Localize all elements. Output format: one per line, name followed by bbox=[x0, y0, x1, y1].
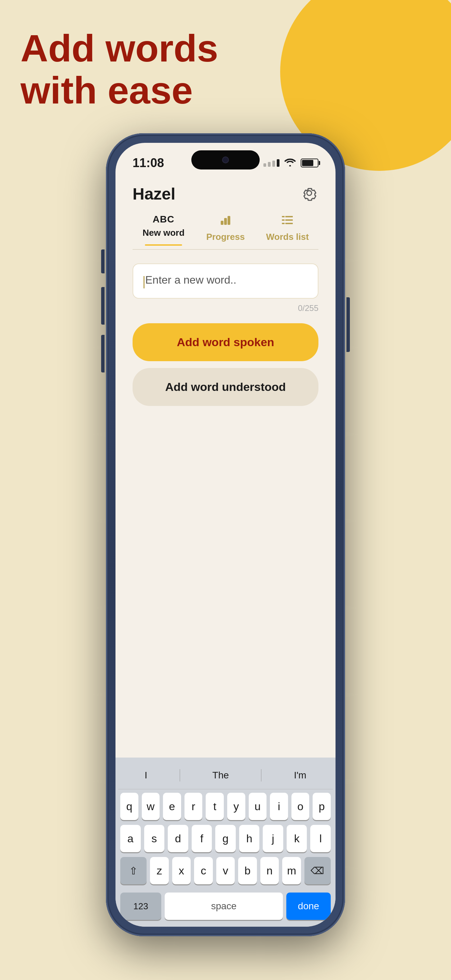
key-y[interactable]: y bbox=[227, 793, 245, 820]
suggestion-i[interactable]: I bbox=[138, 768, 154, 783]
tab-words-list-label: Words list bbox=[266, 232, 309, 242]
signal-bar-4 bbox=[277, 159, 279, 167]
svg-rect-4 bbox=[285, 216, 293, 217]
svg-rect-5 bbox=[282, 220, 284, 221]
key-row-2: a s d f g h j k l bbox=[120, 825, 331, 852]
settings-button[interactable] bbox=[300, 184, 318, 204]
char-count: 0/255 bbox=[133, 304, 318, 313]
keyboard-suggestions: I The I'm bbox=[118, 763, 333, 789]
svg-rect-1 bbox=[224, 218, 227, 225]
progress-icon bbox=[219, 214, 232, 229]
new-word-icon: ABC bbox=[153, 214, 175, 225]
key-row-1: q w e r t y u i o p bbox=[120, 793, 331, 820]
svg-rect-8 bbox=[285, 223, 293, 224]
dynamic-island bbox=[191, 150, 260, 170]
key-shift[interactable]: ⇧ bbox=[120, 857, 146, 885]
phone-button-silent bbox=[101, 250, 105, 274]
app-header: Hazel bbox=[133, 173, 318, 210]
key-q[interactable]: q bbox=[120, 793, 138, 820]
key-c[interactable]: c bbox=[194, 857, 213, 885]
key-p[interactable]: p bbox=[313, 793, 331, 820]
svg-rect-7 bbox=[282, 223, 284, 224]
key-o[interactable]: o bbox=[291, 793, 310, 820]
signal-bar-1 bbox=[264, 163, 266, 167]
text-cursor bbox=[143, 276, 145, 288]
key-delete[interactable]: ⌫ bbox=[305, 857, 331, 885]
hero-headline: Add words with ease bbox=[21, 27, 260, 111]
suggestion-im[interactable]: I'm bbox=[287, 768, 313, 783]
suggestion-divider-1 bbox=[180, 769, 180, 781]
word-input-placeholder: Enter a new word.. bbox=[145, 274, 237, 286]
key-i[interactable]: i bbox=[270, 793, 288, 820]
key-j[interactable]: j bbox=[263, 825, 283, 852]
word-input-container[interactable]: Enter a new word.. bbox=[133, 264, 318, 299]
suggestion-the[interactable]: The bbox=[206, 768, 236, 783]
key-w[interactable]: w bbox=[142, 793, 160, 820]
key-123[interactable]: 123 bbox=[120, 892, 161, 920]
battery-fill bbox=[302, 160, 313, 166]
words-list-icon bbox=[281, 214, 294, 229]
key-t[interactable]: t bbox=[206, 793, 224, 820]
key-k[interactable]: k bbox=[287, 825, 307, 852]
phone-screen: 11:08 bbox=[116, 143, 335, 927]
camera-dot bbox=[222, 156, 229, 163]
battery-icon bbox=[301, 159, 318, 167]
key-n[interactable]: n bbox=[260, 857, 279, 885]
tab-progress-label: Progress bbox=[206, 232, 245, 242]
phone-mockup: 11:08 bbox=[106, 133, 345, 936]
phone-button-volume-down bbox=[101, 335, 105, 372]
key-e[interactable]: e bbox=[163, 793, 181, 820]
tab-new-word-label: New word bbox=[143, 228, 184, 238]
key-m[interactable]: m bbox=[282, 857, 301, 885]
key-s[interactable]: s bbox=[144, 825, 165, 852]
key-v[interactable]: v bbox=[216, 857, 235, 885]
keyboard-rows: q w e r t y u i o p a s bbox=[118, 789, 333, 892]
status-icons bbox=[264, 158, 318, 169]
key-u[interactable]: u bbox=[249, 793, 267, 820]
key-a[interactable]: a bbox=[120, 825, 141, 852]
phone-button-power bbox=[346, 297, 350, 352]
key-h[interactable]: h bbox=[239, 825, 260, 852]
tab-words-list[interactable]: Words list bbox=[257, 210, 318, 249]
svg-rect-0 bbox=[221, 221, 224, 225]
status-time: 11:08 bbox=[133, 156, 164, 170]
suggestion-divider-2 bbox=[261, 769, 261, 781]
keyboard-bottom-row: 123 space done bbox=[118, 892, 333, 927]
tab-progress[interactable]: Progress bbox=[194, 210, 256, 249]
key-z[interactable]: z bbox=[150, 857, 168, 885]
key-f[interactable]: f bbox=[192, 825, 212, 852]
keyboard: I The I'm q w e r t y u bbox=[116, 757, 335, 927]
add-word-spoken-button[interactable]: Add word spoken bbox=[133, 323, 318, 361]
signal-bar-3 bbox=[272, 161, 275, 167]
key-r[interactable]: r bbox=[184, 793, 203, 820]
key-b[interactable]: b bbox=[238, 857, 257, 885]
phone-button-volume-up bbox=[101, 287, 105, 325]
phone-shell: 11:08 bbox=[106, 133, 345, 936]
svg-rect-3 bbox=[282, 216, 284, 217]
key-space[interactable]: space bbox=[165, 892, 283, 920]
wifi-icon bbox=[284, 158, 296, 169]
key-d[interactable]: d bbox=[168, 825, 188, 852]
key-done[interactable]: done bbox=[286, 892, 331, 920]
app-content: Hazel ABC New word bbox=[116, 173, 335, 406]
key-g[interactable]: g bbox=[215, 825, 236, 852]
tab-new-word[interactable]: ABC New word bbox=[133, 210, 194, 245]
key-x[interactable]: x bbox=[172, 857, 191, 885]
signal-bar-2 bbox=[268, 162, 271, 167]
app-title: Hazel bbox=[133, 185, 175, 203]
svg-rect-6 bbox=[285, 220, 293, 221]
add-word-understood-button[interactable]: Add word understood bbox=[133, 368, 318, 406]
signal-icon bbox=[264, 159, 279, 167]
key-l[interactable]: l bbox=[310, 825, 331, 852]
svg-rect-2 bbox=[227, 216, 230, 225]
tab-bar: ABC New word Progress bbox=[133, 210, 318, 250]
key-row-3: ⇧ z x c v b n m ⌫ bbox=[120, 857, 331, 885]
